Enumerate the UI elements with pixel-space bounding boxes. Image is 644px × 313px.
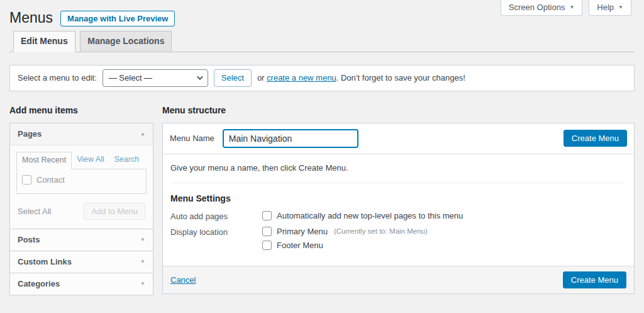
collapse-arrow-icon: ▲ <box>140 131 145 137</box>
menu-structure-heading: Menu structure <box>162 105 635 115</box>
screen-options-button[interactable]: Screen Options ▼ <box>501 0 583 16</box>
menu-settings-heading: Menu Settings <box>170 193 626 203</box>
chevron-down-icon <box>197 74 203 80</box>
create-menu-sentence: or create a new menu. Don’t forget to sa… <box>257 73 465 83</box>
tab-view-all[interactable]: View All <box>72 152 109 169</box>
auto-add-pages-checkbox[interactable] <box>262 211 272 220</box>
accordion-section-pages[interactable]: Pages ▲ <box>10 123 153 145</box>
auto-add-pages-option[interactable]: Automatically add new top-level pages to… <box>262 211 463 220</box>
help-button[interactable]: Help ▼ <box>589 0 631 16</box>
pages-section-title: Pages <box>18 129 42 139</box>
menu-items-accordion: Pages ▲ Most Recent View All Search Cont… <box>9 123 153 295</box>
menu-edit-footer: Cancel Create Menu <box>163 266 634 293</box>
create-menu-button-bottom[interactable]: Create Menu <box>563 271 626 288</box>
help-label: Help <box>597 3 614 12</box>
menu-name-input[interactable] <box>223 129 358 148</box>
accordion-section-categories[interactable]: Categories ▼ <box>10 273 153 295</box>
posts-section-title: Posts <box>18 235 40 244</box>
menu-select-value: — Select — <box>109 73 152 83</box>
custom-links-section-title: Custom Links <box>18 257 72 266</box>
auto-add-pages-text: Automatically add new top-level pages to… <box>277 211 463 220</box>
add-menu-items-heading: Add menu items <box>9 105 153 115</box>
expand-arrow-icon: ▼ <box>140 259 145 265</box>
menu-structure-column: Menu structure Menu Name Create Menu Giv… <box>162 105 635 294</box>
section-divider <box>171 183 626 183</box>
primary-menu-checkbox[interactable] <box>262 227 272 236</box>
page-item-contact[interactable]: Contact <box>22 175 141 185</box>
select-all-link[interactable]: Select All <box>18 207 51 216</box>
menu-name-row: Menu Name Create Menu <box>163 123 634 154</box>
select-button[interactable]: Select <box>214 69 252 87</box>
menu-name-helper-text: Give your menu a name, then click Create… <box>170 154 626 183</box>
primary-menu-note: (Currently set to: Main Menu) <box>334 227 428 235</box>
accordion-section-custom-links[interactable]: Custom Links ▼ <box>10 251 153 273</box>
footer-menu-checkbox[interactable] <box>262 241 272 250</box>
footer-menu-label: Footer Menu <box>277 241 323 250</box>
page-item-label: Contact <box>36 175 65 185</box>
select-menu-label: Select a menu to edit: <box>18 73 97 83</box>
menu-edit-panel: Menu Name Create Menu Give your menu a n… <box>162 123 635 294</box>
contact-checkbox[interactable] <box>22 175 31 185</box>
cancel-link[interactable]: Cancel <box>170 275 196 285</box>
screen-options-label: Screen Options <box>509 3 565 12</box>
create-new-menu-link[interactable]: create a new menu <box>267 73 336 83</box>
auto-add-pages-row: Auto add pages Automatically add new top… <box>170 211 626 221</box>
pages-list-panel: Contact <box>16 169 147 194</box>
expand-arrow-icon: ▼ <box>140 237 145 242</box>
add-menu-items-column: Add menu items Pages ▲ Most Recent View … <box>9 105 153 295</box>
menu-editor-columns: Add menu items Pages ▲ Most Recent View … <box>9 105 635 295</box>
tab-edit-menus[interactable]: Edit Menus <box>13 31 75 52</box>
expand-arrow-icon: ▼ <box>140 281 145 287</box>
create-menu-button-top[interactable]: Create Menu <box>564 130 627 147</box>
display-location-label: Display location <box>170 227 262 250</box>
pages-section-content: Most Recent View All Search Contact Sele… <box>10 145 153 229</box>
auto-add-pages-label: Auto add pages <box>170 211 262 221</box>
or-text: or <box>257 73 265 83</box>
tab-most-recent[interactable]: Most Recent <box>16 152 72 169</box>
chevron-down-icon: ▼ <box>569 5 574 10</box>
pages-filter-tabs: Most Recent View All Search <box>16 152 147 169</box>
menu-select-bar: Select a menu to edit: — Select — Select… <box>9 65 635 91</box>
location-footer-menu-option[interactable]: Footer Menu <box>262 241 428 250</box>
chevron-down-icon: ▼ <box>618 5 623 10</box>
display-location-row: Display location Primary Menu (Currently… <box>170 227 626 250</box>
categories-section-title: Categories <box>18 279 60 288</box>
nav-tab-bar: Edit Menus Manage Locations <box>9 31 635 52</box>
display-location-options: Primary Menu (Currently set to: Main Men… <box>262 227 428 250</box>
tab-search[interactable]: Search <box>109 152 145 169</box>
accordion-section-posts[interactable]: Posts ▼ <box>10 229 153 251</box>
add-to-menu-button[interactable]: Add to Menu <box>84 203 145 220</box>
pages-button-controls: Select All Add to Menu <box>16 202 147 222</box>
save-changes-reminder: . Don’t forget to save your changes! <box>336 73 465 83</box>
tab-manage-locations[interactable]: Manage Locations <box>80 31 172 52</box>
menus-admin-page: Menus Manage with Live Preview Edit Menu… <box>0 0 644 295</box>
screen-meta-links: Screen Options ▼ Help ▼ <box>501 0 631 16</box>
auto-add-pages-value: Automatically add new top-level pages to… <box>262 211 463 221</box>
menu-name-label: Menu Name <box>170 134 214 143</box>
manage-with-live-preview-button[interactable]: Manage with Live Preview <box>60 11 175 26</box>
primary-menu-label: Primary Menu <box>277 227 328 236</box>
menu-select-dropdown[interactable]: — Select — <box>103 69 208 87</box>
page-title: Menus <box>9 9 53 28</box>
location-primary-menu-option[interactable]: Primary Menu (Currently set to: Main Men… <box>262 227 428 236</box>
menu-edit-body: Give your menu a name, then click Create… <box>163 154 634 266</box>
